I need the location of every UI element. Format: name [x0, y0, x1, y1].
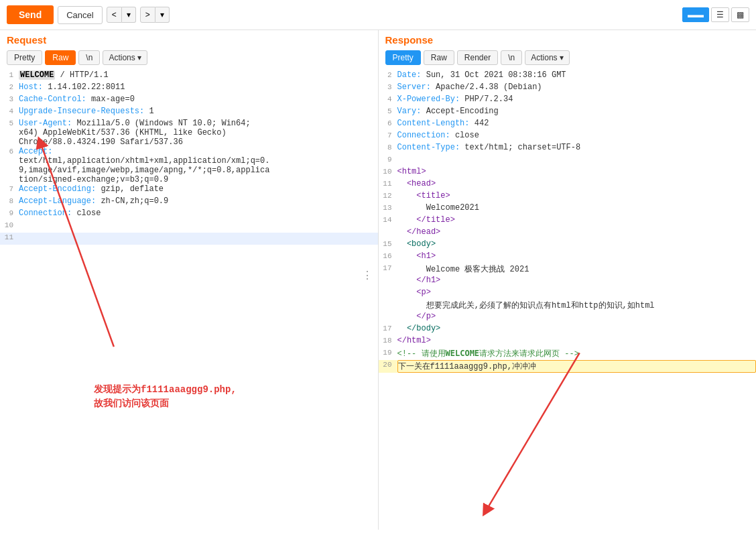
resp-line-20: <p>: [379, 288, 757, 300]
req-line-7: 7 Accept-Encoding: gzip, deflate: [0, 184, 378, 196]
resp-line-9: 9: [379, 155, 757, 167]
send-button[interactable]: Send: [7, 5, 54, 24]
resp-line-7: 7 Connection: close: [379, 131, 757, 143]
resp-line-23: 17 </body>: [379, 324, 757, 336]
annotation-text: 发现提示为f1111aaaggg9.php, 故我们访问该页面: [94, 383, 237, 411]
resp-line-26: 20 下一关在f1111aaaggg9.php,冲冲冲: [379, 360, 757, 373]
response-panel: Response Pretty Raw Render \n Actions ▾ …: [379, 30, 757, 530]
response-title: Response: [385, 34, 750, 46]
view-list-button[interactable]: ☰: [711, 7, 729, 22]
main-panels: Request Pretty Raw \n Actions ▾ 1 WELCOM…: [0, 30, 756, 530]
resp-line-18: 17 Welcome 极客大挑战 2021: [379, 263, 757, 276]
nav-next-dropdown[interactable]: ▾: [155, 7, 170, 23]
tab-pretty[interactable]: Pretty: [7, 50, 42, 65]
resp-line-2: 2 Date: Sun, 31 Oct 2021 08:38:16 GMT: [379, 70, 757, 82]
tab-raw[interactable]: Raw: [45, 50, 76, 65]
req-line-4: 4 Upgrade-Insecure-Requests: 1: [0, 107, 378, 119]
resp-tab-pretty[interactable]: Pretty: [385, 50, 421, 65]
request-code-area[interactable]: 1 WELCOME / HTTP/1.1 2 Host: 1.14.102.22…: [0, 68, 378, 530]
resp-line-16: 15 <body>: [379, 239, 757, 251]
cancel-button[interactable]: Cancel: [58, 6, 102, 24]
nav-next-group: >▾: [140, 7, 170, 23]
resp-line-15: </head>: [379, 227, 757, 239]
resp-line-25: 19 <!-- 请使用WELCOME请求方法来请求此网页 -->: [379, 348, 757, 360]
req-line-5: 5 User-Agent: Mozilla/5.0 (Windows NT 10…: [0, 119, 378, 147]
req-line-6: 6 Accept: text/html,application/xhtml+xm…: [0, 147, 378, 184]
request-header: Request Pretty Raw \n Actions ▾: [0, 30, 378, 68]
actions-button[interactable]: Actions ▾: [103, 50, 147, 65]
resp-line-22: </p>: [379, 312, 757, 324]
resp-line-17: 16 <h1>: [379, 251, 757, 263]
resp-line-13: 13 Welcome2021: [379, 203, 757, 215]
resp-tab-newline[interactable]: \n: [501, 50, 522, 65]
request-title: Request: [7, 34, 371, 46]
nav-prev-button[interactable]: <: [107, 7, 122, 23]
resp-line-12: 12 <title>: [379, 191, 757, 203]
svg-line-1: [485, 353, 579, 511]
req-line-10: 10: [0, 221, 378, 233]
resp-line-11: 11 <head>: [379, 179, 757, 191]
resp-line-5: 5 Vary: Accept-Encoding: [379, 107, 757, 119]
resp-tab-raw[interactable]: Raw: [424, 50, 454, 65]
tab-newline[interactable]: \n: [78, 50, 100, 65]
dots-menu[interactable]: ⋮: [362, 269, 373, 282]
resp-line-6: 6 Content-Length: 442: [379, 119, 757, 131]
response-header: Response Pretty Raw Render \n Actions ▾: [379, 30, 757, 68]
view-split-button[interactable]: ▬▬: [682, 7, 709, 22]
resp-line-4: 4 X-Powered-By: PHP/7.2.34: [379, 95, 757, 107]
req-line-9: 9 Connection: close: [0, 209, 378, 221]
resp-line-14: 14 </title>: [379, 215, 757, 227]
response-tab-bar: Pretty Raw Render \n Actions ▾: [385, 49, 750, 68]
response-code-area[interactable]: 2 Date: Sun, 31 Oct 2021 08:38:16 GMT 3 …: [379, 68, 757, 530]
request-panel: Request Pretty Raw \n Actions ▾ 1 WELCOM…: [0, 30, 379, 530]
resp-tab-render[interactable]: Render: [457, 50, 498, 65]
req-line-11: 11: [0, 233, 378, 245]
nav-next-button[interactable]: >: [140, 7, 155, 23]
request-tab-bar: Pretty Raw \n Actions ▾: [7, 49, 371, 68]
resp-actions-button[interactable]: Actions ▾: [525, 50, 570, 65]
req-line-1: 1 WELCOME / HTTP/1.1: [0, 70, 378, 82]
resp-line-21: 想要完成此关,必须了解的知识点有html和http的知识,如html: [379, 300, 757, 312]
view-single-button[interactable]: ▩: [731, 7, 749, 22]
resp-line-10: 10 <html>: [379, 167, 757, 179]
nav-prev-dropdown[interactable]: ▾: [122, 7, 136, 23]
resp-line-8: 8 Content-Type: text/html; charset=UTF-8: [379, 143, 757, 155]
req-line-8: 8 Accept-Language: zh-CN,zh;q=0.9: [0, 196, 378, 209]
toolbar: Send Cancel <▾ >▾ ▬▬ ☰ ▩: [0, 0, 756, 30]
nav-prev-group: <▾: [107, 7, 136, 23]
req-line-3: 3 Cache-Control: max-age=0: [0, 95, 378, 107]
resp-line-19: </h1>: [379, 276, 757, 288]
resp-line-24: 18 </html>: [379, 336, 757, 348]
resp-line-3: 3 Server: Apache/2.4.38 (Debian): [379, 82, 757, 95]
req-line-2: 2 Host: 1.14.102.22:8011: [0, 82, 378, 95]
